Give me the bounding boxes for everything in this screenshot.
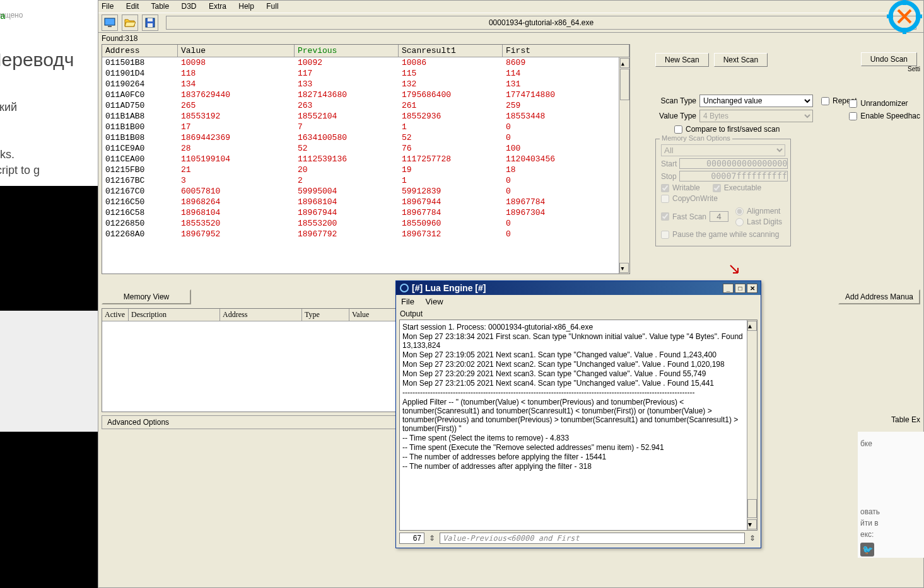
menu-edit[interactable]: Edit	[126, 2, 139, 11]
next-scan-button[interactable]: Next Scan	[714, 53, 768, 67]
cheat-engine-logo-icon[interactable]	[886, 0, 923, 35]
close-button[interactable]: ✕	[747, 284, 757, 293]
executable-checkbox	[713, 184, 721, 192]
fast-scan-input	[710, 211, 728, 222]
memory-scan-options-group: Memory Scan Options All Start Stop Writa…	[655, 139, 791, 246]
lua-output-line: Mon Sep 27 23:20:02 2021 Next scan2. Sca…	[402, 360, 754, 369]
minimize-button[interactable]: _	[723, 284, 734, 293]
column-address[interactable]: Address	[102, 45, 178, 57]
new-scan-button[interactable]: New Scan	[655, 53, 709, 67]
lua-line-number[interactable]	[399, 533, 424, 544]
table-row[interactable]: 01215FB021201918	[102, 164, 629, 175]
lua-output-area[interactable]: Start session 1. Process: 00001934-gtuto…	[399, 320, 757, 531]
addr-col-address[interactable]: Address	[220, 309, 302, 321]
column-scanresult1[interactable]: Scanresult1	[399, 45, 503, 57]
scroll-down-icon[interactable]: ▾	[619, 263, 629, 273]
table-row[interactable]: 01190264134133132131	[102, 79, 629, 89]
column-value[interactable]: Value	[178, 45, 295, 57]
svg-rect-11	[903, 0, 906, 5]
lua-output-line: ----------------------------------------…	[402, 388, 754, 397]
bg-url: https://tra	[0, 11, 95, 21]
menu-d3d[interactable]: D3D	[182, 2, 197, 11]
undo-scan-button[interactable]: Undo Scan	[861, 52, 917, 66]
mem-opts-legend: Memory Scan Options	[660, 134, 732, 142]
speedhack-checkbox[interactable]	[849, 112, 857, 120]
process-name-display[interactable]: 00001934-gtutorial-x86_64.exe	[166, 16, 916, 30]
lua-output-line: Applied Filter -- " (tonumber(Value) < t…	[402, 398, 754, 433]
alignment-radio	[735, 207, 744, 216]
menu-help[interactable]: Help	[238, 2, 254, 11]
table-row[interactable]: 011501B81009810092100868609	[102, 57, 629, 68]
table-row[interactable]: 01216C5818968104189679441896778418967304	[102, 207, 629, 218]
table-row[interactable]: 012268A01896795218967792189673120	[102, 229, 629, 239]
table-row[interactable]: 012268501855352018553200185509600	[102, 218, 629, 229]
lua-scrollbar[interactable]: ▴ ▾	[747, 320, 757, 530]
maximize-button[interactable]: □	[735, 284, 746, 293]
lua-menu-view[interactable]: View	[426, 297, 443, 306]
scroll-thumb[interactable]	[747, 499, 757, 518]
settings-link[interactable]: Setti	[908, 66, 920, 72]
table-row[interactable]: 012167BC3210	[102, 175, 629, 186]
column-first[interactable]: First	[503, 45, 629, 57]
menu-full[interactable]: Full	[266, 2, 278, 11]
bg-text1: nks.	[0, 148, 15, 161]
scan-results-table[interactable]: Address Value Previous Scanresult1 First…	[102, 44, 630, 274]
scroll-thumb[interactable]	[620, 69, 629, 100]
addr-col-active[interactable]: Active	[102, 309, 129, 321]
compare-first-checkbox[interactable]	[674, 125, 682, 134]
add-address-button[interactable]: Add Address Manua	[838, 289, 920, 304]
scroll-down-icon[interactable]: ▾	[747, 519, 757, 529]
lua-icon	[399, 283, 409, 293]
memory-view-button[interactable]: Memory View	[102, 289, 191, 304]
svg-point-15	[401, 284, 408, 292]
table-row[interactable]: 01216C5018968264189681041896794418967784	[102, 197, 629, 207]
scroll-up-icon[interactable]: ▴	[747, 321, 757, 331]
menubar: File Edit Table D3D Extra Help Full	[98, 1, 923, 13]
cow-checkbox	[661, 195, 669, 203]
bg-lang: ийский	[0, 101, 17, 114]
lua-output-line: Mon Sep 27 23:21:05 2021 Next scan4. Sca…	[402, 379, 754, 388]
lua-menu-file[interactable]: File	[401, 297, 414, 306]
repeat-checkbox[interactable]	[821, 97, 829, 105]
open-folder-button[interactable]	[122, 14, 138, 31]
compare-first-label: Compare to first/saved scan	[686, 125, 780, 134]
addr-col-desc[interactable]: Description	[129, 309, 220, 321]
scan-type-select[interactable]: Unchanged value	[699, 95, 813, 107]
table-row[interactable]: 011CEA0011051991041112539136111725772811…	[102, 154, 629, 164]
updown-icon[interactable]: ⇕	[427, 533, 437, 543]
lua-expression-input[interactable]	[440, 533, 745, 544]
value-type-select[interactable]: 4 Bytes	[699, 110, 813, 122]
table-row[interactable]: 011B1B0017710	[102, 122, 629, 132]
unrandomizer-checkbox[interactable]	[849, 100, 857, 108]
save-button[interactable]	[142, 14, 158, 31]
table-row[interactable]: 011901D4118117115114	[102, 68, 629, 79]
column-previous[interactable]: Previous	[295, 45, 399, 57]
lua-menubar: File View	[396, 295, 761, 308]
scroll-up-icon[interactable]: ▴	[620, 58, 629, 68]
lua-titlebar[interactable]: [#] Lua Engine [#] _ □ ✕	[396, 281, 761, 295]
menu-file[interactable]: File	[102, 2, 114, 11]
table-row[interactable]: 011CE9A0285276100	[102, 143, 629, 154]
select-process-button[interactable]	[102, 14, 118, 31]
table-row[interactable]: 011A0FC018376294401827143680179568640017…	[102, 89, 629, 100]
stop-label: Stop	[661, 172, 677, 181]
twitter-icon[interactable]: 🐦	[860, 543, 874, 556]
addr-col-type[interactable]: Type	[302, 309, 349, 321]
table-row[interactable]: 011B1AB818553192185521041855293618553448	[102, 111, 629, 122]
table-extras-label[interactable]: Table Ex	[891, 415, 920, 424]
menu-extra[interactable]: Extra	[209, 2, 226, 11]
add-to-list-arrow-icon[interactable]	[729, 264, 740, 275]
updown-icon[interactable]: ⇕	[747, 533, 757, 543]
table-row[interactable]: 011B1B0818694423691634100580520	[102, 132, 629, 143]
lua-output-line: Mon Sep 27 23:20:29 2021 Next scan3. Sca…	[402, 369, 754, 378]
start-label: Start	[661, 159, 677, 168]
address-list-table[interactable]: Active Description Address Type Value	[102, 308, 397, 412]
lua-output-line: -- The number of addresses before applyi…	[402, 453, 754, 461]
addr-col-value[interactable]: Value	[349, 309, 396, 321]
advanced-options-button[interactable]: Advanced Options	[102, 415, 397, 429]
table-row[interactable]: 011AD750265263261259	[102, 100, 629, 111]
menu-table[interactable]: Table	[151, 2, 170, 11]
results-scrollbar[interactable]: ▴ ▾	[619, 57, 629, 274]
svg-rect-9	[148, 23, 153, 27]
table-row[interactable]: 012167C06005781059995004599128390	[102, 186, 629, 197]
